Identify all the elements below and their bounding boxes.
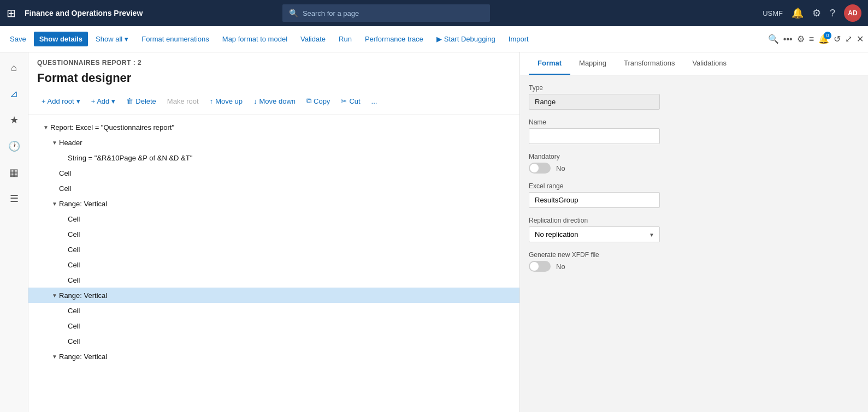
tree-item-label: Cell: [59, 184, 515, 193]
replication-direction-select[interactable]: No replicationVerticalHorizontal: [529, 226, 660, 242]
tree-item[interactable]: Cell: [28, 303, 519, 318]
tree-item-label: Cell: [68, 307, 515, 315]
sidebar-item-recent[interactable]: 🕐: [3, 135, 25, 157]
tree-toggle[interactable]: ▼: [50, 291, 59, 300]
make-root-button[interactable]: Make root: [163, 94, 203, 108]
tree-item[interactable]: Cell: [28, 211, 519, 226]
tree-item[interactable]: ▼ Range: Vertical: [28, 288, 519, 303]
tree-toggle[interactable]: [50, 184, 59, 193]
bell-icon[interactable]: 🔔: [792, 7, 804, 19]
more-options-icon[interactable]: •••: [783, 34, 793, 44]
type-value: Range: [529, 94, 660, 110]
settings-icon[interactable]: ⚙: [812, 7, 821, 19]
right-panel: FormatMappingTransformationsValidations …: [520, 52, 868, 412]
tree-item[interactable]: Cell: [28, 242, 519, 257]
grid-icon[interactable]: ⊞: [7, 7, 16, 20]
sidebar-item-home[interactable]: ⌂: [3, 57, 25, 79]
chevron-down-icon: ▾: [125, 35, 128, 43]
save-button[interactable]: Save: [4, 32, 32, 46]
nav-right: USMF 🔔 ⚙ ? AD: [763, 4, 861, 22]
add-button[interactable]: + Add ▾: [87, 94, 120, 108]
more-action-button[interactable]: ...: [367, 94, 382, 108]
views-icon[interactable]: ≡: [809, 34, 814, 44]
mandatory-toggle[interactable]: [529, 163, 551, 174]
tree-item[interactable]: Cell: [28, 333, 519, 349]
tree-item[interactable]: Cell: [28, 165, 519, 181]
tree-item[interactable]: Cell: [28, 181, 519, 196]
tab-validations[interactable]: Validations: [683, 52, 735, 75]
validate-button[interactable]: Validate: [295, 32, 331, 46]
right-panel-tabs: FormatMappingTransformationsValidations: [520, 52, 868, 75]
search-input[interactable]: [303, 9, 483, 17]
avatar[interactable]: AD: [844, 4, 861, 22]
tree-item-label: Cell: [68, 337, 515, 345]
tree-toggle[interactable]: [59, 230, 68, 238]
tree-toggle[interactable]: [59, 214, 68, 223]
tree-item[interactable]: Cell: [28, 226, 519, 242]
run-button[interactable]: Run: [333, 32, 357, 46]
tree-item-label: Range: Vertical: [59, 200, 515, 208]
show-details-button[interactable]: Show details: [34, 32, 88, 46]
help-icon[interactable]: ?: [830, 8, 835, 19]
tree-item[interactable]: ▼ Report: Excel = "Questionnaires report…: [28, 120, 519, 135]
tree-toggle[interactable]: ▼: [42, 123, 50, 132]
search-icon: 🔍: [289, 9, 298, 17]
copy-button[interactable]: ⧉ Copy: [302, 94, 334, 108]
generate-xfdf-toggle[interactable]: [529, 261, 551, 272]
tree-item[interactable]: ▼ Range: Vertical: [28, 349, 519, 364]
arrow-up-icon: ↑: [210, 97, 214, 105]
replication-direction-label: Replication direction: [529, 217, 859, 224]
tree-toggle[interactable]: [59, 245, 68, 254]
tree-toggle[interactable]: [59, 276, 68, 284]
format-enumerations-button[interactable]: Format enumerations: [136, 32, 215, 46]
generate-xfdf-value: No: [556, 262, 565, 271]
start-debugging-button[interactable]: ▶ Start Debugging: [431, 32, 501, 46]
sidebar-item-filter[interactable]: ⊿: [3, 83, 25, 105]
show-all-button[interactable]: Show all ▾: [90, 32, 134, 46]
tab-transformations[interactable]: Transformations: [615, 52, 683, 75]
performance-trace-button[interactable]: Performance trace: [359, 32, 429, 46]
name-input[interactable]: [529, 128, 660, 144]
tab-mapping[interactable]: Mapping: [570, 52, 615, 75]
map-format-to-model-button[interactable]: Map format to model: [217, 32, 293, 46]
search-toolbar-icon[interactable]: 🔍: [768, 34, 779, 44]
user-label: USMF: [763, 9, 783, 17]
tree-toggle[interactable]: [59, 306, 68, 315]
search-bar[interactable]: 🔍: [282, 4, 490, 22]
type-field-group: Type Range: [529, 84, 859, 110]
tree-item[interactable]: ▼ Range: Vertical: [28, 196, 519, 211]
tree-item[interactable]: Cell: [28, 272, 519, 288]
mandatory-toggle-knob: [530, 164, 539, 172]
delete-button[interactable]: 🗑 Delete: [122, 94, 161, 108]
open-new-icon[interactable]: ⤢: [845, 34, 852, 44]
import-button[interactable]: Import: [503, 32, 534, 46]
tree-item[interactable]: ▼ Header: [28, 135, 519, 150]
close-icon[interactable]: ✕: [857, 34, 864, 44]
tree-item[interactable]: Cell: [28, 318, 519, 333]
tree-item[interactable]: Cell: [28, 257, 519, 272]
tree-toggle[interactable]: [59, 337, 68, 345]
notifications2-icon[interactable]: 🔔 0: [818, 34, 829, 44]
tree-toggle[interactable]: [59, 321, 68, 330]
settings2-icon[interactable]: ⚙: [797, 34, 805, 44]
chevron-down2-icon: ▾: [111, 97, 115, 105]
tree-toggle[interactable]: ▼: [50, 138, 59, 147]
move-down-button[interactable]: ↓ Move down: [249, 94, 300, 108]
move-up-button[interactable]: ↑ Move up: [205, 94, 247, 108]
copy-icon: ⧉: [306, 97, 311, 105]
sidebar-item-favorites[interactable]: ★: [3, 109, 25, 131]
excel-range-input[interactable]: [529, 192, 660, 208]
tab-format[interactable]: Format: [529, 52, 570, 75]
tree-toggle[interactable]: [59, 153, 68, 162]
arrow-down-icon: ↓: [253, 97, 257, 105]
tree-toggle[interactable]: [59, 260, 68, 269]
sidebar-item-workspace[interactable]: ▦: [3, 162, 25, 183]
tree-toggle[interactable]: ▼: [50, 199, 59, 208]
refresh-icon[interactable]: ↺: [834, 34, 841, 44]
tree-item[interactable]: String = "&R&10Page &P of &N &D &T": [28, 150, 519, 165]
add-root-button[interactable]: + Add root ▾: [37, 94, 85, 108]
tree-toggle[interactable]: ▼: [50, 352, 59, 361]
cut-button[interactable]: ✂ Cut: [336, 94, 364, 108]
tree-toggle[interactable]: [50, 169, 59, 177]
sidebar-item-list[interactable]: ☰: [3, 188, 25, 210]
